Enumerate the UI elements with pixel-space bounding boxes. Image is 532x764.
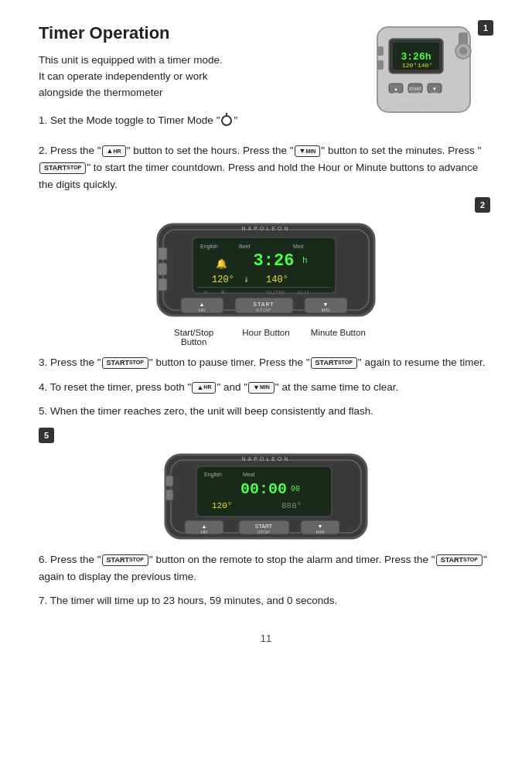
hr-up-icon-4: ▲HR xyxy=(192,382,216,394)
svg-text:NAPOLEON: NAPOLEON xyxy=(242,456,291,462)
device2-display-wrap: English Meat 00:00 00 120° 888° ▲ HR STA… xyxy=(39,451,493,544)
svg-text:NAPOLEON: NAPOLEON xyxy=(395,102,438,107)
badge-2: 2 xyxy=(475,197,490,213)
svg-text:🔔: 🔔 xyxy=(216,258,227,269)
minute-button-label: Minute Button xyxy=(307,328,369,346)
step4: 4. To reset the timer, press both "▲HR" … xyxy=(39,379,493,396)
svg-text:ALU: ALU xyxy=(297,289,309,296)
svg-text:▼: ▼ xyxy=(323,302,329,307)
hr-up-button-icon: ▲HR xyxy=(102,145,126,157)
remote-image-container: 1 3:26h 120° 140° ▲ HR START STOP ▼ MIN xyxy=(370,23,493,118)
badge-5: 5 xyxy=(39,428,54,443)
svg-text:STOP: STOP xyxy=(256,308,271,312)
start-stop-icon-6a: STARTSTOP xyxy=(102,554,148,566)
svg-text:▲: ▲ xyxy=(202,524,207,529)
svg-text:888°: 888° xyxy=(281,501,302,510)
svg-text:HR: HR xyxy=(201,530,208,534)
svg-text:00:00: 00:00 xyxy=(240,480,287,498)
svg-text:MIN: MIN xyxy=(431,91,438,96)
step2-text: 2. Press the "▲HR" button to set the hou… xyxy=(39,145,481,189)
svg-text:START: START xyxy=(253,302,274,307)
svg-text:Beef: Beef xyxy=(239,244,250,249)
timer-mode-icon xyxy=(221,115,232,126)
start-stop-icon-3b: STARTSTOP xyxy=(311,357,357,369)
timer-device-svg: English Beef Med 3:26 h 🔔 120° 🌡 140° ≈ … xyxy=(154,220,378,321)
svg-point-20 xyxy=(459,47,467,55)
svg-rect-7 xyxy=(377,60,384,70)
step2: 2. Press the "▲HR" button to set the hou… xyxy=(39,142,493,193)
intro-line1: This unit is equipped with a timer mode. xyxy=(39,53,354,69)
svg-rect-38 xyxy=(158,247,167,260)
svg-text:Meat: Meat xyxy=(243,472,255,477)
svg-text:NUTRI: NUTRI xyxy=(266,289,285,296)
svg-text:Med: Med xyxy=(293,244,304,249)
svg-text:120°: 120° xyxy=(212,501,232,510)
step1-text: 1. Set the Mode toggle to Timer Mode "" xyxy=(39,114,237,126)
start-stop-icon-6b: STARTSTOP xyxy=(436,554,483,566)
svg-rect-60 xyxy=(165,476,173,486)
page-number: 11 xyxy=(39,633,493,644)
device-display-wrap: English Beef Med 3:26 h 🔔 120° 🌡 140° ≈ … xyxy=(39,220,493,323)
svg-rect-33 xyxy=(196,287,332,288)
svg-text:00: 00 xyxy=(291,485,300,493)
step3: 3. Press the "STARTSTOP" button to pause… xyxy=(39,354,493,371)
svg-rect-39 xyxy=(158,263,167,275)
page-title: Timer Operation xyxy=(39,23,354,43)
step5-text: 5. When the timer reaches zero, the unit… xyxy=(39,403,493,420)
svg-text:START: START xyxy=(255,524,273,529)
device-with-labels: English Beef Med 3:26 h 🔔 120° 🌡 140° ≈ … xyxy=(154,220,378,323)
start-stop-icon-3a: STARTSTOP xyxy=(102,357,148,369)
timer-device2-svg: English Meat 00:00 00 120° 888° ▲ HR STA… xyxy=(162,451,370,544)
svg-text:MIN: MIN xyxy=(316,530,325,534)
start-stop-label: Start/Stop Button xyxy=(163,328,225,346)
step1: 1. Set the Mode toggle to Timer Mode "" xyxy=(39,112,354,129)
svg-text:▲: ▲ xyxy=(200,302,205,307)
svg-text:HR: HR xyxy=(393,91,399,96)
remote-control-image: 3:26h 120° 140° ▲ HR START STOP ▼ MIN NA… xyxy=(370,23,478,116)
hour-button-label: Hour Button xyxy=(235,328,297,346)
min-down-icon-4: ▼MIN xyxy=(248,382,275,394)
min-down-button-icon: ▼MIN xyxy=(295,145,321,157)
svg-text:English: English xyxy=(204,472,222,478)
svg-text:120°: 120° xyxy=(402,62,417,69)
svg-rect-40 xyxy=(158,278,167,291)
badge5-device-wrap: 5 xyxy=(39,428,493,443)
svg-text:HR: HR xyxy=(199,308,206,312)
intro-line2: It can operate independently or work xyxy=(39,69,354,85)
device-button-labels: Start/Stop Button Hour Button Minute But… xyxy=(158,328,374,346)
svg-text:English: English xyxy=(200,244,218,250)
svg-text:NAPOLEON: NAPOLEON xyxy=(242,226,291,231)
svg-text:STOP: STOP xyxy=(257,530,270,534)
device-section-2: 2 English Beef Med 3:26 h 🔔 120° xyxy=(39,197,493,346)
badge-2-wrap: 2 xyxy=(39,197,493,213)
svg-text:STOP: STOP xyxy=(410,91,421,96)
intro-line3: alongside the thermometer xyxy=(39,85,354,101)
svg-rect-61 xyxy=(165,489,173,500)
svg-text:140°: 140° xyxy=(418,62,432,69)
svg-text:3:26: 3:26 xyxy=(254,251,295,271)
svg-rect-6 xyxy=(377,46,384,56)
start-stop-button-icon: STARTSTOP xyxy=(39,162,86,174)
svg-text:140°: 140° xyxy=(266,275,288,285)
svg-text:120°: 120° xyxy=(212,275,234,285)
svg-text:☀: ☀ xyxy=(220,288,226,296)
step7: 7. The timer will time up to 23 hours, 5… xyxy=(39,592,493,609)
svg-text:≈: ≈ xyxy=(204,288,208,296)
step6: 6. Press the "STARTSTOP" button on the r… xyxy=(39,551,493,585)
badge-1: 1 xyxy=(478,20,493,36)
intro-text: Timer Operation This unit is equipped wi… xyxy=(39,23,354,136)
top-section: Timer Operation This unit is equipped wi… xyxy=(39,23,493,136)
svg-text:MIN: MIN xyxy=(322,308,330,312)
svg-text:🌡: 🌡 xyxy=(243,275,251,284)
svg-text:3:26h: 3:26h xyxy=(401,51,431,63)
svg-text:h: h xyxy=(302,256,308,265)
svg-text:▼: ▼ xyxy=(318,524,323,529)
